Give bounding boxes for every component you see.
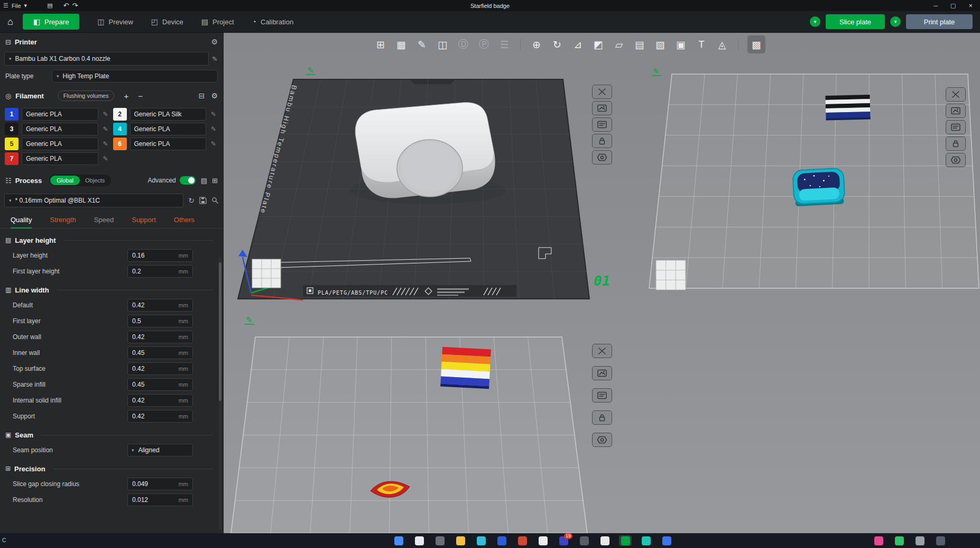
seam-position-select[interactable]: ▾ Aligned (127, 444, 193, 456)
lock-plate-button[interactable] (946, 136, 966, 151)
text-param-icon[interactable]: Ⓟ (477, 38, 491, 51)
slice-plate-button[interactable]: Slice plate (826, 14, 885, 29)
slice-gap-closing-radius-input[interactable]: 0.049 mm (127, 478, 193, 490)
tab-support[interactable]: Support (132, 216, 156, 228)
process-preset-select[interactable]: ▾ * 0.16mm Optimal @BBL X1C (4, 194, 183, 207)
inner-wall-line-width-input[interactable]: 0.45 mm (127, 346, 193, 359)
plate-visibility-button[interactable] (592, 150, 612, 165)
first-layer-height-input[interactable]: 0.2 mm (127, 265, 193, 278)
file-menu[interactable]: File (12, 3, 21, 9)
taskbar-app-icon[interactable] (454, 535, 467, 546)
plate-settings-button[interactable] (946, 104, 966, 118)
support-line-width-input[interactable]: 0.42 mm (127, 410, 193, 423)
assembly-button[interactable]: ▩ (747, 35, 765, 53)
remove-filament-button[interactable]: − (138, 92, 143, 101)
save-icon[interactable]: ▤ (47, 2, 52, 9)
top-surface-line-width-input[interactable]: 0.42 mm (127, 362, 193, 375)
filament-name-5[interactable]: Generic PLA (22, 138, 98, 150)
filament-slot-num-7[interactable]: 7 (5, 152, 19, 165)
flushing-volumes-button[interactable]: Flushing volumes (58, 90, 115, 101)
close-plate-button[interactable] (592, 85, 612, 99)
frame-icon[interactable]: ▧ (653, 39, 667, 51)
plate-name-button[interactable] (946, 120, 966, 134)
layer-height-input[interactable]: 0.16 mm (127, 249, 193, 262)
flatten-icon[interactable]: ▱ (612, 39, 626, 51)
edit-filament-icon[interactable]: ✎ (209, 108, 218, 121)
filament-name-2[interactable]: Generic PLA Silk (130, 108, 207, 121)
plate-type-select[interactable]: ▾ High Temp Plate (52, 70, 218, 83)
taskbar-app-icon[interactable] (475, 535, 487, 546)
undo-icon[interactable]: ↶ (63, 2, 69, 10)
filament-slot-num-3[interactable]: 3 (5, 123, 19, 135)
plate-name-button[interactable] (592, 117, 612, 132)
filament-slot-num-4[interactable]: 4 (113, 123, 127, 135)
filament-name-4[interactable]: Generic PLA (130, 123, 207, 135)
flag-badge-model[interactable] (825, 95, 870, 121)
global-tab[interactable]: Global (50, 176, 80, 185)
support-icon[interactable]: ◬ (715, 39, 729, 51)
tab-project[interactable]: ▤ Project (201, 17, 234, 26)
home-icon[interactable]: ⌂ (7, 16, 13, 28)
filament-slot-num-6[interactable]: 6 (113, 138, 127, 150)
edit-filament-icon[interactable]: ✎ (101, 108, 110, 121)
text-tool-icon[interactable]: T (695, 39, 708, 50)
filament-slot-num-1[interactable]: 1 (5, 108, 19, 121)
close-plate-button[interactable] (592, 344, 612, 358)
slice-dropdown-button[interactable]: ▾ (810, 16, 820, 27)
menu-icon[interactable]: ☰ (3, 2, 8, 9)
print-plate-button[interactable]: Print plate (906, 14, 973, 29)
tab-preview[interactable]: ◫ Preview (97, 17, 133, 26)
close-button[interactable]: × (968, 2, 973, 10)
mirror-icon[interactable]: ◩ (591, 39, 605, 51)
taskbar-app-icon[interactable] (413, 535, 426, 546)
ams-sync-icon[interactable]: ⊟ (199, 92, 205, 100)
default-line-width-input[interactable]: 0.42 mm (127, 299, 193, 312)
preset-list-icon[interactable]: ▤ (201, 177, 207, 185)
internal-solid-infill-line-width-input[interactable]: 0.42 mm (127, 394, 193, 407)
filament-slot-num-2[interactable]: 2 (113, 108, 127, 121)
rainbow-badge-model[interactable] (440, 347, 491, 389)
taskbar-app-icon[interactable] (913, 535, 926, 546)
taskbar-app-icon[interactable] (640, 535, 652, 546)
lock-plate-button[interactable] (592, 410, 612, 425)
taskbar-app-icon[interactable] (578, 535, 590, 546)
taskbar-app-icon[interactable] (516, 535, 529, 546)
tab-speed[interactable]: Speed (94, 216, 114, 228)
sidebar-scrollbar[interactable] (219, 257, 221, 529)
keycap-badge-model[interactable] (349, 103, 506, 204)
plate-visibility-button[interactable] (592, 433, 612, 447)
maximize-button[interactable]: ▢ (950, 2, 956, 9)
build-plate-2[interactable]: ✎ (649, 67, 979, 290)
objects-tab[interactable]: Objects (80, 177, 110, 184)
taskbar-app-icon[interactable] (433, 535, 446, 546)
tab-strength[interactable]: Strength (50, 216, 76, 228)
parameter-table-icon[interactable]: ⊞ (212, 177, 218, 185)
viewport-3d[interactable]: ✎ Bambu High Temperature Plate PL (224, 33, 980, 533)
tab-device[interactable]: ◰ Device (151, 17, 183, 26)
advanced-toggle[interactable] (180, 176, 196, 185)
plate-3-rename-icon[interactable]: ✎ (245, 315, 254, 324)
edit-filament-icon[interactable]: ✎ (209, 138, 218, 150)
plate-settings-button[interactable] (592, 366, 612, 380)
filament-slot-num-5[interactable]: 5 (5, 138, 19, 150)
split-icon[interactable]: ◫ (436, 39, 449, 51)
printer-select[interactable]: ▾ Bambu Lab X1 Carbon 0.4 nozzle (4, 52, 209, 66)
resolution-input[interactable]: 0.012 mm (127, 494, 193, 506)
sparse-infill-line-width-input[interactable]: 0.45 mm (127, 378, 193, 391)
edit-filament-icon[interactable]: ✎ (101, 123, 110, 135)
plate-visibility-button[interactable] (946, 153, 966, 167)
minimize-button[interactable]: ─ (933, 3, 938, 9)
plate-2-rename-icon[interactable]: ✎ (652, 67, 661, 76)
build-plate-3[interactable]: ✎ (231, 315, 587, 533)
taskbar-app-icon[interactable] (872, 535, 885, 546)
tab-quality[interactable]: Quality (11, 216, 32, 228)
rotate-icon[interactable]: ↻ (550, 39, 564, 51)
plate-1-rename-icon[interactable]: ✎ (306, 66, 316, 75)
filament-name-6[interactable]: Generic PLA (130, 138, 207, 150)
filament-name-3[interactable]: Generic PLA (22, 123, 98, 135)
taskbar-app-icon[interactable] (934, 535, 947, 546)
arrange-icon[interactable]: ▦ (394, 39, 408, 51)
paint-icon[interactable]: ✎ (415, 39, 429, 51)
cube-icon[interactable]: ▣ (674, 39, 688, 51)
tab-others[interactable]: Others (174, 216, 195, 228)
